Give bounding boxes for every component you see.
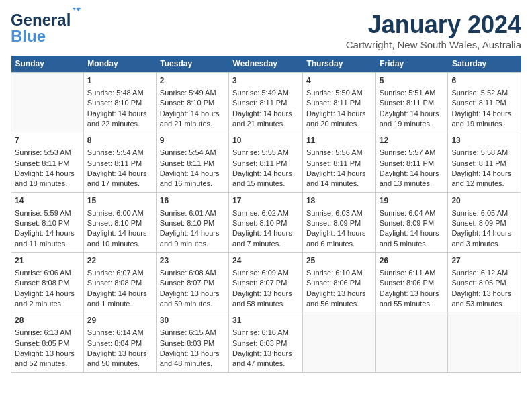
sunrise-text: Sunrise: 5:48 AM: [87, 89, 144, 97]
day-number: 10: [232, 135, 299, 146]
daylight-text: Daylight: 14 hours and 21 minutes.: [160, 109, 220, 128]
calendar-table: SundayMondayTuesdayWednesdayThursdayFrid…: [11, 56, 521, 373]
daylight-text: Daylight: 13 hours and 52 minutes.: [15, 349, 75, 367]
calendar-cell: 14Sunrise: 5:59 AMSunset: 8:10 PMDayligh…: [11, 192, 84, 252]
calendar-cell: 6Sunrise: 5:52 AMSunset: 8:11 PMDaylight…: [448, 73, 521, 132]
calendar-cell: 10Sunrise: 5:55 AMSunset: 8:11 PMDayligh…: [229, 132, 303, 192]
daylight-text: Daylight: 13 hours and 48 minutes.: [160, 349, 220, 367]
sunset-text: Sunset: 8:04 PM: [87, 339, 142, 347]
week-row-1: 1Sunrise: 5:48 AMSunset: 8:10 PMDaylight…: [11, 73, 521, 132]
sunset-text: Sunset: 8:11 PM: [232, 99, 287, 107]
calendar-cell: 8Sunrise: 5:54 AMSunset: 8:11 PMDaylight…: [83, 132, 156, 192]
daylight-text: Daylight: 14 hours and 21 minutes.: [232, 109, 292, 128]
col-header-tuesday: Tuesday: [156, 56, 228, 73]
sunrise-text: Sunrise: 5:50 AM: [306, 89, 363, 97]
logo-blue: Blue: [11, 27, 46, 46]
calendar-cell: 26Sunrise: 6:11 AMSunset: 8:06 PMDayligh…: [375, 253, 448, 312]
day-number: 17: [232, 195, 299, 207]
day-number: 27: [451, 255, 517, 267]
sunrise-text: Sunrise: 5:55 AM: [232, 148, 289, 156]
day-number: 14: [15, 195, 80, 207]
daylight-text: Daylight: 14 hours and 2 minutes.: [15, 289, 75, 308]
logo: General Blue: [11, 11, 71, 46]
week-row-4: 21Sunrise: 6:06 AMSunset: 8:08 PMDayligh…: [11, 253, 521, 312]
sunset-text: Sunset: 8:06 PM: [380, 279, 434, 287]
sunset-text: Sunset: 8:11 PM: [306, 159, 361, 167]
month-title: January 2024: [346, 11, 521, 39]
sunrise-text: Sunrise: 6:07 AM: [87, 269, 144, 277]
daylight-text: Daylight: 14 hours and 6 minutes.: [306, 229, 366, 247]
sunset-text: Sunset: 8:10 PM: [87, 219, 142, 227]
col-header-friday: Friday: [375, 56, 448, 73]
calendar-cell: 16Sunrise: 6:01 AMSunset: 8:10 PMDayligh…: [156, 192, 228, 252]
sunrise-text: Sunrise: 6:12 AM: [451, 269, 508, 277]
sunrise-text: Sunrise: 6:10 AM: [306, 269, 363, 277]
daylight-text: Daylight: 14 hours and 13 minutes.: [380, 169, 439, 187]
sunrise-text: Sunrise: 6:04 AM: [380, 209, 436, 217]
day-number: 19: [380, 195, 445, 207]
sunset-text: Sunset: 8:11 PM: [380, 159, 434, 167]
daylight-text: Daylight: 14 hours and 18 minutes.: [15, 169, 75, 187]
daylight-text: Daylight: 14 hours and 5 minutes.: [380, 229, 439, 247]
calendar-cell: 21Sunrise: 6:06 AMSunset: 8:08 PMDayligh…: [11, 253, 84, 312]
calendar-cell: 25Sunrise: 6:10 AMSunset: 8:06 PMDayligh…: [302, 253, 375, 312]
daylight-text: Daylight: 13 hours and 56 minutes.: [306, 289, 366, 308]
location-subtitle: Cartwright, New South Wales, Australia: [346, 39, 521, 50]
sunrise-text: Sunrise: 5:54 AM: [160, 148, 216, 156]
sunset-text: Sunset: 8:07 PM: [160, 279, 214, 287]
daylight-text: Daylight: 14 hours and 12 minutes.: [451, 169, 511, 187]
sunset-text: Sunset: 8:11 PM: [87, 159, 142, 167]
col-header-thursday: Thursday: [302, 56, 375, 73]
daylight-text: Daylight: 14 hours and 1 minute.: [87, 289, 147, 308]
daylight-text: Daylight: 14 hours and 3 minutes.: [451, 229, 511, 247]
daylight-text: Daylight: 13 hours and 59 minutes.: [160, 289, 220, 308]
daylight-text: Daylight: 13 hours and 58 minutes.: [232, 289, 292, 308]
daylight-text: Daylight: 14 hours and 14 minutes.: [306, 169, 366, 187]
daylight-text: Daylight: 14 hours and 19 minutes.: [451, 109, 511, 128]
week-row-2: 7Sunrise: 5:53 AMSunset: 8:11 PMDaylight…: [11, 132, 521, 192]
sunset-text: Sunset: 8:11 PM: [232, 159, 287, 167]
sunset-text: Sunset: 8:08 PM: [87, 279, 142, 287]
sunset-text: Sunset: 8:06 PM: [306, 279, 361, 287]
daylight-text: Daylight: 14 hours and 20 minutes.: [306, 109, 366, 128]
daylight-text: Daylight: 14 hours and 22 minutes.: [87, 109, 147, 128]
week-row-5: 28Sunrise: 6:13 AMSunset: 8:05 PMDayligh…: [11, 312, 521, 372]
logo-bird-icon: [69, 5, 83, 19]
sunset-text: Sunset: 8:10 PM: [160, 219, 214, 227]
day-number: 22: [87, 255, 152, 267]
calendar-cell: 15Sunrise: 6:00 AMSunset: 8:10 PMDayligh…: [83, 192, 156, 252]
daylight-text: Daylight: 14 hours and 16 minutes.: [160, 169, 220, 187]
sunrise-text: Sunrise: 6:15 AM: [160, 328, 216, 336]
day-number: 24: [232, 255, 299, 267]
col-header-saturday: Saturday: [448, 56, 521, 73]
sunset-text: Sunset: 8:10 PM: [87, 99, 142, 107]
sunrise-text: Sunrise: 6:16 AM: [232, 328, 289, 336]
sunset-text: Sunset: 8:05 PM: [15, 339, 69, 347]
col-header-monday: Monday: [83, 56, 156, 73]
calendar-cell: 29Sunrise: 6:14 AMSunset: 8:04 PMDayligh…: [83, 312, 156, 372]
calendar-cell: 30Sunrise: 6:15 AMSunset: 8:03 PMDayligh…: [156, 312, 228, 372]
sunrise-text: Sunrise: 5:56 AM: [306, 148, 363, 156]
sunset-text: Sunset: 8:10 PM: [232, 219, 287, 227]
calendar-cell: [11, 73, 84, 132]
logo-general: General: [11, 11, 71, 29]
calendar-cell: 9Sunrise: 5:54 AMSunset: 8:11 PMDaylight…: [156, 132, 228, 192]
sunrise-text: Sunrise: 6:09 AM: [232, 269, 289, 277]
day-number: 2: [160, 75, 225, 87]
day-number: 6: [451, 75, 517, 87]
daylight-text: Daylight: 14 hours and 17 minutes.: [87, 169, 147, 187]
sunrise-text: Sunrise: 5:53 AM: [15, 148, 71, 156]
daylight-text: Daylight: 14 hours and 7 minutes.: [232, 229, 292, 247]
calendar-cell: [375, 312, 448, 372]
calendar-cell: 20Sunrise: 6:05 AMSunset: 8:09 PMDayligh…: [448, 192, 521, 252]
sunrise-text: Sunrise: 5:59 AM: [15, 209, 71, 217]
sunrise-text: Sunrise: 5:49 AM: [232, 89, 289, 97]
sunset-text: Sunset: 8:10 PM: [15, 219, 69, 227]
day-number: 13: [451, 135, 517, 146]
sunset-text: Sunset: 8:11 PM: [160, 159, 214, 167]
sunrise-text: Sunrise: 5:57 AM: [380, 148, 436, 156]
sunrise-text: Sunrise: 5:54 AM: [87, 148, 144, 156]
day-number: 21: [15, 255, 80, 267]
sunrise-text: Sunrise: 6:00 AM: [87, 209, 144, 217]
sunset-text: Sunset: 8:09 PM: [451, 219, 506, 227]
